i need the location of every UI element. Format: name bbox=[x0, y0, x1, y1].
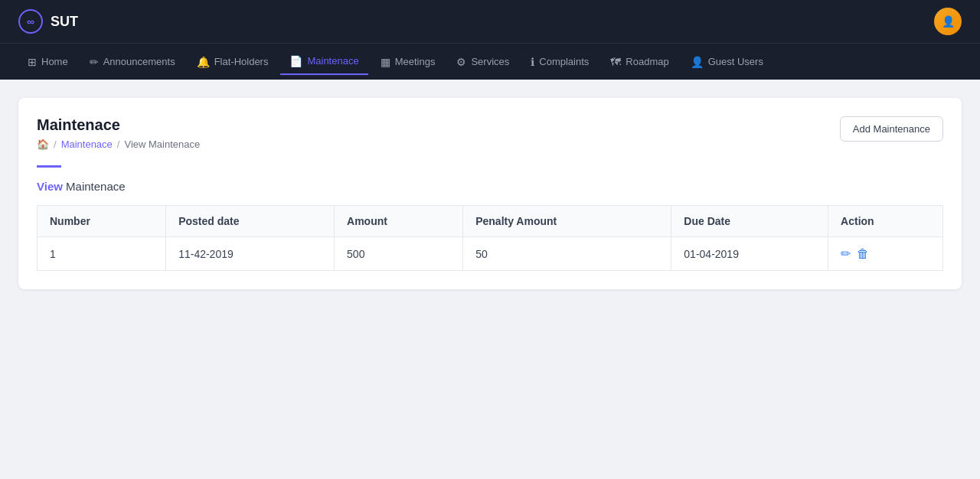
roadmap-icon: 🗺 bbox=[610, 56, 621, 68]
nav-label-maintenance: Maintenace bbox=[307, 55, 358, 67]
main-content: Maintenace 🏠 / Maintenace / View Mainten… bbox=[0, 80, 980, 308]
page-header-left: Maintenace 🏠 / Maintenace / View Mainten… bbox=[37, 116, 200, 150]
cell-penalty-amount: 50 bbox=[463, 237, 671, 271]
nav-menu: ⊞ Home ✏ Announcements 🔔 Flat-Holders 📄 … bbox=[0, 43, 980, 80]
breadcrumb-sep-1: / bbox=[54, 138, 57, 150]
delete-icon[interactable]: 🗑 bbox=[857, 247, 869, 261]
nav-label-meetings: Meetings bbox=[395, 56, 436, 67]
nav-label-flat-holders: Flat-Holders bbox=[214, 56, 269, 67]
nav-item-announcements[interactable]: ✏ Announcements bbox=[80, 50, 185, 74]
nav-label-roadmap: Roadmap bbox=[626, 56, 668, 67]
breadcrumb-current: View Maintenace bbox=[124, 138, 200, 150]
cell-amount: 500 bbox=[335, 237, 463, 271]
nav-item-meetings[interactable]: ▦ Meetings bbox=[371, 50, 445, 74]
edit-icon[interactable]: ✏ bbox=[841, 246, 851, 261]
maintenance-table: Number Posted date Amount Penalty Amount… bbox=[37, 205, 943, 271]
section-bar bbox=[37, 165, 61, 168]
nav-item-roadmap[interactable]: 🗺 Roadmap bbox=[601, 50, 678, 74]
nav-label-complaints: Complaints bbox=[539, 56, 589, 67]
col-header-due-date: Due Date bbox=[671, 206, 828, 237]
nav-item-maintenance[interactable]: 📄 Maintenace bbox=[280, 49, 368, 75]
page-title: Maintenace bbox=[37, 116, 200, 134]
table-head: Number Posted date Amount Penalty Amount… bbox=[38, 206, 943, 237]
maintenance-icon: 📄 bbox=[289, 55, 302, 67]
page-header: Maintenace 🏠 / Maintenace / View Mainten… bbox=[37, 116, 943, 150]
nav-item-flat-holders[interactable]: 🔔 Flat-Holders bbox=[188, 50, 278, 74]
cell-due-date: 01-04-2019 bbox=[671, 237, 828, 271]
action-icons: ✏ 🗑 bbox=[841, 246, 930, 261]
breadcrumb-home-icon[interactable]: 🏠 bbox=[37, 138, 49, 150]
navbar-right: 👤 bbox=[934, 8, 962, 35]
nav-item-guest-users[interactable]: 👤 Guest Users bbox=[681, 50, 773, 74]
add-maintenance-button[interactable]: Add Maintenance bbox=[840, 116, 943, 142]
logo-icon: ∞ bbox=[18, 9, 43, 34]
announcements-icon: ✏ bbox=[90, 56, 99, 68]
nav-label-home: Home bbox=[41, 56, 68, 67]
cell-action: ✏ 🗑 bbox=[828, 237, 943, 271]
complaints-icon: ℹ bbox=[531, 56, 534, 68]
cell-posted-date: 11-42-2019 bbox=[166, 237, 335, 271]
nav-label-announcements: Announcements bbox=[103, 56, 175, 67]
table-body: 1 11-42-2019 500 50 01-04-2019 ✏ 🗑 bbox=[38, 237, 943, 271]
section-title: View Maintenace bbox=[37, 180, 943, 193]
flat-holders-icon: 🔔 bbox=[197, 56, 210, 68]
nav-item-home[interactable]: ⊞ Home bbox=[18, 50, 77, 74]
col-header-action: Action bbox=[828, 206, 943, 237]
nav-item-complaints[interactable]: ℹ Complaints bbox=[521, 50, 598, 74]
brand-name: SUT bbox=[51, 14, 78, 30]
services-icon: ⚙ bbox=[456, 56, 466, 68]
section-title-highlight: View bbox=[37, 180, 63, 193]
col-header-posted-date: Posted date bbox=[166, 206, 335, 237]
navbar: ∞ SUT 👤 bbox=[0, 0, 980, 43]
nav-label-guest-users: Guest Users bbox=[708, 56, 763, 67]
col-header-amount: Amount bbox=[335, 206, 463, 237]
main-card: Maintenace 🏠 / Maintenace / View Mainten… bbox=[18, 98, 962, 289]
col-header-penalty-amount: Penalty Amount bbox=[463, 206, 671, 237]
home-icon: ⊞ bbox=[28, 56, 37, 68]
breadcrumb-link[interactable]: Maintenace bbox=[61, 138, 113, 150]
cell-number: 1 bbox=[38, 237, 166, 271]
meetings-icon: ▦ bbox=[381, 56, 390, 68]
breadcrumb-sep-2: / bbox=[117, 138, 120, 150]
nav-item-services[interactable]: ⚙ Services bbox=[447, 50, 518, 74]
table-row: 1 11-42-2019 500 50 01-04-2019 ✏ 🗑 bbox=[38, 237, 943, 271]
col-header-number: Number bbox=[38, 206, 166, 237]
table-header-row: Number Posted date Amount Penalty Amount… bbox=[38, 206, 943, 237]
avatar[interactable]: 👤 bbox=[934, 8, 962, 35]
navbar-left: ∞ SUT bbox=[18, 9, 78, 34]
breadcrumb: 🏠 / Maintenace / View Maintenace bbox=[37, 138, 200, 150]
nav-label-services: Services bbox=[471, 56, 509, 67]
section-title-rest: Maintenace bbox=[63, 180, 126, 193]
guest-users-icon: 👤 bbox=[691, 56, 704, 68]
